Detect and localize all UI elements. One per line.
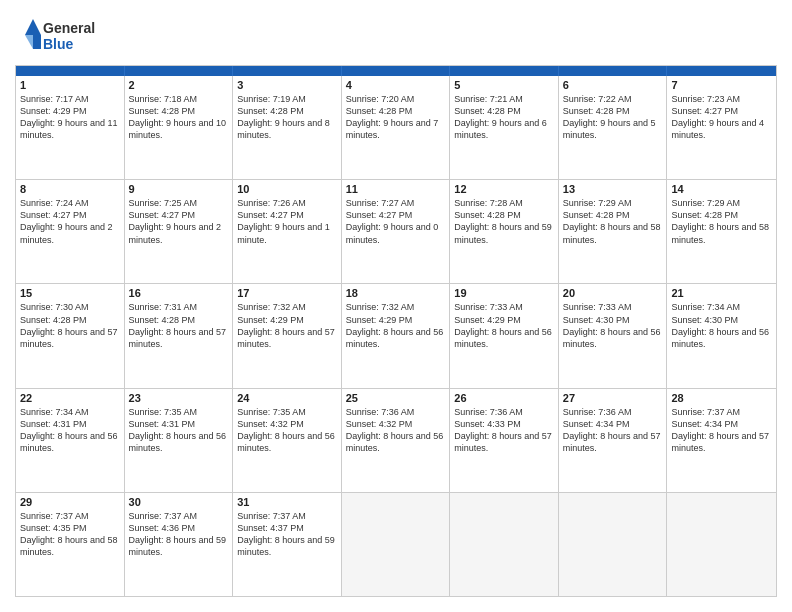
week-row-3: 15 Sunrise: 7:30 AM Sunset: 4:28 PM Dayl… (16, 284, 776, 388)
cell-info: Sunrise: 7:33 AM Sunset: 4:30 PM Dayligh… (563, 301, 663, 350)
table-row: 23 Sunrise: 7:35 AM Sunset: 4:31 PM Dayl… (125, 389, 234, 492)
cell-info: Sunrise: 7:37 AM Sunset: 4:35 PM Dayligh… (20, 510, 120, 559)
table-row: 8 Sunrise: 7:24 AM Sunset: 4:27 PM Dayli… (16, 180, 125, 283)
cell-info: Sunrise: 7:26 AM Sunset: 4:27 PM Dayligh… (237, 197, 337, 246)
cell-info: Sunrise: 7:36 AM Sunset: 4:33 PM Dayligh… (454, 406, 554, 455)
cell-info: Sunrise: 7:34 AM Sunset: 4:30 PM Dayligh… (671, 301, 772, 350)
svg-text:Blue: Blue (43, 36, 74, 52)
cell-info: Sunrise: 7:37 AM Sunset: 4:34 PM Dayligh… (671, 406, 772, 455)
table-row: 6 Sunrise: 7:22 AM Sunset: 4:28 PM Dayli… (559, 76, 668, 179)
table-row: 21 Sunrise: 7:34 AM Sunset: 4:30 PM Dayl… (667, 284, 776, 387)
table-row: 9 Sunrise: 7:25 AM Sunset: 4:27 PM Dayli… (125, 180, 234, 283)
table-row: 5 Sunrise: 7:21 AM Sunset: 4:28 PM Dayli… (450, 76, 559, 179)
table-row (450, 493, 559, 596)
cell-info: Sunrise: 7:23 AM Sunset: 4:27 PM Dayligh… (671, 93, 772, 142)
cell-info: Sunrise: 7:18 AM Sunset: 4:28 PM Dayligh… (129, 93, 229, 142)
day-number: 28 (671, 392, 772, 404)
day-number: 7 (671, 79, 772, 91)
cell-info: Sunrise: 7:24 AM Sunset: 4:27 PM Dayligh… (20, 197, 120, 246)
table-row: 13 Sunrise: 7:29 AM Sunset: 4:28 PM Dayl… (559, 180, 668, 283)
table-row: 1 Sunrise: 7:17 AM Sunset: 4:29 PM Dayli… (16, 76, 125, 179)
day-number: 27 (563, 392, 663, 404)
table-row: 10 Sunrise: 7:26 AM Sunset: 4:27 PM Dayl… (233, 180, 342, 283)
week-row-4: 22 Sunrise: 7:34 AM Sunset: 4:31 PM Dayl… (16, 389, 776, 493)
day-number: 13 (563, 183, 663, 195)
day-number: 20 (563, 287, 663, 299)
cell-info: Sunrise: 7:25 AM Sunset: 4:27 PM Dayligh… (129, 197, 229, 246)
day-number: 29 (20, 496, 120, 508)
header-monday (125, 66, 234, 76)
day-number: 2 (129, 79, 229, 91)
day-number: 24 (237, 392, 337, 404)
cell-info: Sunrise: 7:30 AM Sunset: 4:28 PM Dayligh… (20, 301, 120, 350)
cell-info: Sunrise: 7:27 AM Sunset: 4:27 PM Dayligh… (346, 197, 446, 246)
day-number: 19 (454, 287, 554, 299)
table-row: 19 Sunrise: 7:33 AM Sunset: 4:29 PM Dayl… (450, 284, 559, 387)
week-row-1: 1 Sunrise: 7:17 AM Sunset: 4:29 PM Dayli… (16, 76, 776, 180)
cell-info: Sunrise: 7:32 AM Sunset: 4:29 PM Dayligh… (237, 301, 337, 350)
table-row: 30 Sunrise: 7:37 AM Sunset: 4:36 PM Dayl… (125, 493, 234, 596)
calendar-body: 1 Sunrise: 7:17 AM Sunset: 4:29 PM Dayli… (16, 76, 776, 596)
header-thursday (450, 66, 559, 76)
header-tuesday (233, 66, 342, 76)
header-wednesday (342, 66, 451, 76)
calendar-header (16, 66, 776, 76)
day-number: 6 (563, 79, 663, 91)
table-row: 3 Sunrise: 7:19 AM Sunset: 4:28 PM Dayli… (233, 76, 342, 179)
day-number: 25 (346, 392, 446, 404)
cell-info: Sunrise: 7:29 AM Sunset: 4:28 PM Dayligh… (563, 197, 663, 246)
svg-text:General: General (43, 20, 95, 36)
week-row-5: 29 Sunrise: 7:37 AM Sunset: 4:35 PM Dayl… (16, 493, 776, 596)
week-row-2: 8 Sunrise: 7:24 AM Sunset: 4:27 PM Dayli… (16, 180, 776, 284)
cell-info: Sunrise: 7:36 AM Sunset: 4:32 PM Dayligh… (346, 406, 446, 455)
cell-info: Sunrise: 7:32 AM Sunset: 4:29 PM Dayligh… (346, 301, 446, 350)
table-row: 25 Sunrise: 7:36 AM Sunset: 4:32 PM Dayl… (342, 389, 451, 492)
table-row: 26 Sunrise: 7:36 AM Sunset: 4:33 PM Dayl… (450, 389, 559, 492)
day-number: 31 (237, 496, 337, 508)
table-row: 14 Sunrise: 7:29 AM Sunset: 4:28 PM Dayl… (667, 180, 776, 283)
day-number: 9 (129, 183, 229, 195)
day-number: 12 (454, 183, 554, 195)
cell-info: Sunrise: 7:35 AM Sunset: 4:32 PM Dayligh… (237, 406, 337, 455)
day-number: 8 (20, 183, 120, 195)
table-row: 11 Sunrise: 7:27 AM Sunset: 4:27 PM Dayl… (342, 180, 451, 283)
table-row: 12 Sunrise: 7:28 AM Sunset: 4:28 PM Dayl… (450, 180, 559, 283)
cell-info: Sunrise: 7:37 AM Sunset: 4:37 PM Dayligh… (237, 510, 337, 559)
cell-info: Sunrise: 7:28 AM Sunset: 4:28 PM Dayligh… (454, 197, 554, 246)
table-row: 7 Sunrise: 7:23 AM Sunset: 4:27 PM Dayli… (667, 76, 776, 179)
day-number: 23 (129, 392, 229, 404)
day-number: 16 (129, 287, 229, 299)
day-number: 30 (129, 496, 229, 508)
header-sunday (16, 66, 125, 76)
table-row: 18 Sunrise: 7:32 AM Sunset: 4:29 PM Dayl… (342, 284, 451, 387)
day-number: 3 (237, 79, 337, 91)
header-saturday (667, 66, 776, 76)
table-row: 16 Sunrise: 7:31 AM Sunset: 4:28 PM Dayl… (125, 284, 234, 387)
table-row: 24 Sunrise: 7:35 AM Sunset: 4:32 PM Dayl… (233, 389, 342, 492)
table-row: 28 Sunrise: 7:37 AM Sunset: 4:34 PM Dayl… (667, 389, 776, 492)
cell-info: Sunrise: 7:22 AM Sunset: 4:28 PM Dayligh… (563, 93, 663, 142)
cell-info: Sunrise: 7:35 AM Sunset: 4:31 PM Dayligh… (129, 406, 229, 455)
day-number: 5 (454, 79, 554, 91)
header-friday (559, 66, 668, 76)
cell-info: Sunrise: 7:34 AM Sunset: 4:31 PM Dayligh… (20, 406, 120, 455)
table-row: 29 Sunrise: 7:37 AM Sunset: 4:35 PM Dayl… (16, 493, 125, 596)
cell-info: Sunrise: 7:37 AM Sunset: 4:36 PM Dayligh… (129, 510, 229, 559)
cell-info: Sunrise: 7:33 AM Sunset: 4:29 PM Dayligh… (454, 301, 554, 350)
cell-info: Sunrise: 7:17 AM Sunset: 4:29 PM Dayligh… (20, 93, 120, 142)
cell-info: Sunrise: 7:31 AM Sunset: 4:28 PM Dayligh… (129, 301, 229, 350)
svg-rect-3 (33, 35, 41, 49)
table-row (342, 493, 451, 596)
table-row: 2 Sunrise: 7:18 AM Sunset: 4:28 PM Dayli… (125, 76, 234, 179)
day-number: 21 (671, 287, 772, 299)
logo: General Blue (15, 15, 105, 55)
day-number: 15 (20, 287, 120, 299)
day-number: 11 (346, 183, 446, 195)
table-row (559, 493, 668, 596)
day-number: 26 (454, 392, 554, 404)
cell-info: Sunrise: 7:20 AM Sunset: 4:28 PM Dayligh… (346, 93, 446, 142)
svg-marker-2 (25, 19, 41, 35)
day-number: 22 (20, 392, 120, 404)
logo-svg: General Blue (15, 15, 105, 55)
cell-info: Sunrise: 7:36 AM Sunset: 4:34 PM Dayligh… (563, 406, 663, 455)
